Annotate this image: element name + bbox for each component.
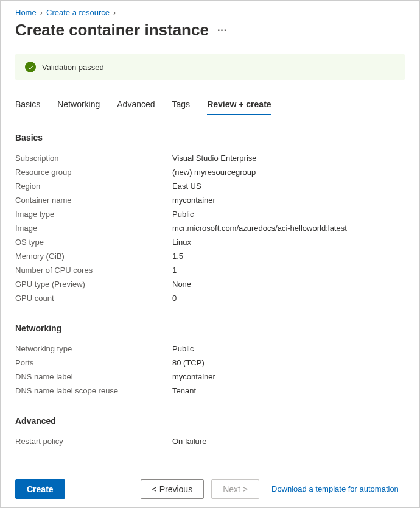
section-basics-title: Basics [15, 133, 405, 143]
row-networking-type: Networking typePublic [15, 342, 405, 356]
row-region: RegionEast US [15, 179, 405, 193]
label: Ports [15, 358, 172, 367]
value: East US [172, 182, 201, 191]
value: (new) myresourcegroup [172, 168, 256, 177]
next-button: Next > [211, 479, 259, 499]
breadcrumb-home[interactable]: Home [15, 8, 37, 17]
value: Visual Studio Enterprise [172, 153, 257, 163]
breadcrumb: Home › Create a resource › [15, 8, 405, 17]
check-circle-icon [25, 62, 36, 72]
label: Image type [15, 210, 172, 219]
tab-networking[interactable]: Networking [57, 99, 100, 115]
validation-message: Validation passed [42, 63, 104, 72]
value: 80 (TCP) [172, 358, 205, 367]
value: Tenant [172, 386, 196, 395]
value: mycontainer [172, 196, 215, 205]
footer: Create < Previous Next > Download a temp… [1, 470, 419, 507]
tab-basics[interactable]: Basics [15, 99, 40, 115]
row-image: Imagemcr.microsoft.com/azuredocs/aci-hel… [15, 221, 405, 235]
value: None [172, 280, 191, 289]
label: Number of CPU cores [15, 266, 172, 275]
label: GPU type (Preview) [15, 280, 172, 289]
label: Image [15, 224, 172, 233]
row-restart-policy: Restart policyOn failure [15, 434, 405, 448]
previous-button[interactable]: < Previous [141, 479, 205, 499]
section-networking: Networking Networking typePublic Ports80… [15, 323, 405, 398]
label: Resource group [15, 168, 172, 177]
row-os-type: OS typeLinux [15, 235, 405, 249]
value: mcr.microsoft.com/azuredocs/aci-hellowor… [172, 224, 347, 233]
row-gpu-type: GPU type (Preview)None [15, 277, 405, 291]
value: 1 [172, 266, 177, 275]
value: Public [172, 344, 194, 353]
row-subscription: SubscriptionVisual Studio Enterprise [15, 151, 405, 165]
create-button[interactable]: Create [15, 479, 65, 499]
section-advanced: Advanced Restart policyOn failure [15, 416, 405, 448]
label: Restart policy [15, 437, 172, 446]
row-container-name: Container namemycontainer [15, 193, 405, 207]
page-title: Create container instance ··· [15, 21, 405, 40]
label: Networking type [15, 344, 172, 353]
chevron-right-icon: › [40, 8, 43, 17]
tab-advanced[interactable]: Advanced [117, 99, 155, 115]
label: DNS name label [15, 372, 172, 381]
validation-banner: Validation passed [15, 54, 405, 80]
value: 0 [172, 294, 177, 303]
row-gpu-count: GPU count0 [15, 291, 405, 305]
section-networking-title: Networking [15, 323, 405, 333]
breadcrumb-create-resource[interactable]: Create a resource [46, 8, 110, 17]
tabs: Basics Networking Advanced Tags Review +… [15, 99, 405, 116]
section-advanced-title: Advanced [15, 416, 405, 426]
label: Container name [15, 196, 172, 205]
row-resource-group: Resource group(new) myresourcegroup [15, 165, 405, 179]
label: DNS name label scope reuse [15, 386, 172, 395]
row-dns-scope-reuse: DNS name label scope reuseTenant [15, 384, 405, 398]
value: On failure [172, 437, 206, 446]
tab-review-create[interactable]: Review + create [207, 99, 271, 115]
row-cpu-cores: Number of CPU cores1 [15, 263, 405, 277]
tab-tags[interactable]: Tags [172, 99, 191, 115]
label: Memory (GiB) [15, 252, 172, 261]
more-actions-icon[interactable]: ··· [217, 25, 227, 36]
row-dns-name-label: DNS name labelmycontainer [15, 370, 405, 384]
value: Public [172, 210, 194, 219]
row-image-type: Image typePublic [15, 207, 405, 221]
row-memory: Memory (GiB)1.5 [15, 249, 405, 263]
row-ports: Ports80 (TCP) [15, 356, 405, 370]
value: 1.5 [172, 252, 183, 261]
download-template-link[interactable]: Download a template for automation [271, 484, 399, 493]
value: Linux [172, 238, 191, 247]
page-title-text: Create container instance [15, 21, 209, 40]
label: OS type [15, 238, 172, 247]
label: Region [15, 182, 172, 191]
chevron-right-icon: › [113, 8, 116, 17]
section-basics: Basics SubscriptionVisual Studio Enterpr… [15, 133, 405, 305]
value: mycontainer [172, 372, 215, 381]
label: GPU count [15, 294, 172, 303]
label: Subscription [15, 153, 172, 163]
